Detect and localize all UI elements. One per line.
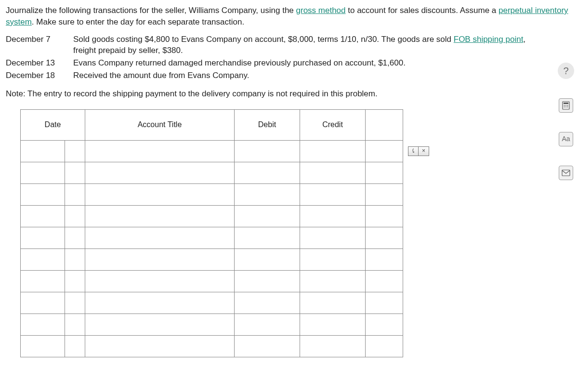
debit-input[interactable] <box>235 227 300 248</box>
extra-input[interactable] <box>366 227 403 248</box>
debit-input[interactable] <box>235 336 300 357</box>
account-title-input[interactable] <box>85 184 234 205</box>
svg-point-5 <box>564 106 565 107</box>
journal-table: Date Account Title Debit Credit ⤹ × <box>20 109 430 357</box>
credit-input[interactable] <box>300 271 365 292</box>
header-account-title: Account Title <box>85 109 235 140</box>
svg-point-2 <box>564 105 565 106</box>
calculator-icon <box>562 101 570 110</box>
date-month-input[interactable] <box>21 206 65 227</box>
transactions-list: December 7 Sold goods costing $4,800 to … <box>6 34 572 81</box>
account-title-input[interactable] <box>85 336 234 357</box>
date-month-input[interactable] <box>21 184 65 205</box>
date-month-input[interactable] <box>21 314 65 335</box>
debit-input[interactable] <box>235 314 300 335</box>
svg-point-7 <box>567 106 568 107</box>
debit-input[interactable] <box>235 184 300 205</box>
calculator-button[interactable] <box>559 98 573 113</box>
debit-input[interactable] <box>235 271 300 292</box>
account-title-input[interactable] <box>85 249 234 270</box>
credit-input[interactable] <box>300 336 365 357</box>
extra-input[interactable] <box>366 314 403 335</box>
date-day-input[interactable] <box>65 249 85 270</box>
svg-point-4 <box>567 105 568 106</box>
table-row <box>21 205 430 227</box>
table-row <box>21 270 430 292</box>
svg-point-3 <box>565 105 566 106</box>
account-title-input[interactable] <box>85 292 234 314</box>
date-month-input[interactable] <box>21 249 65 270</box>
svg-rect-1 <box>564 103 568 104</box>
date-month-input[interactable] <box>21 336 65 357</box>
extra-input[interactable] <box>366 249 403 270</box>
transaction-desc-pre: Sold goods costing $4,800 to Evans Compa… <box>73 35 454 44</box>
date-day-input[interactable] <box>65 184 85 205</box>
table-row <box>21 335 430 357</box>
date-month-input[interactable] <box>21 227 65 248</box>
header-debit: Debit <box>235 109 300 140</box>
extra-input[interactable] <box>366 141 403 162</box>
add-row-button[interactable]: ⤹ <box>408 146 419 156</box>
account-title-input[interactable] <box>85 314 234 335</box>
credit-input[interactable] <box>300 141 365 162</box>
date-day-input[interactable] <box>65 271 85 292</box>
extra-input[interactable] <box>366 206 403 227</box>
account-title-input[interactable] <box>85 162 234 183</box>
date-day-input[interactable] <box>65 141 85 162</box>
table-row <box>21 292 430 314</box>
mail-button[interactable] <box>559 166 573 180</box>
date-month-input[interactable] <box>21 162 65 183</box>
remove-row-button[interactable]: × <box>419 146 429 156</box>
extra-input[interactable] <box>366 184 403 205</box>
extra-input[interactable] <box>366 336 403 357</box>
credit-input[interactable] <box>300 184 365 205</box>
font-icon: Aa <box>562 134 570 144</box>
header-credit: Credit <box>300 109 366 140</box>
transaction-row: December 7 Sold goods costing $4,800 to … <box>6 34 572 57</box>
credit-input[interactable] <box>300 206 365 227</box>
help-button[interactable]: ? <box>558 63 574 79</box>
journal-table-wrap: Date Account Title Debit Credit ⤹ × <box>20 109 572 357</box>
credit-input[interactable] <box>300 314 365 335</box>
date-month-input[interactable] <box>21 141 65 162</box>
date-day-input[interactable] <box>65 206 85 227</box>
account-title-input[interactable] <box>85 227 234 248</box>
debit-input[interactable] <box>235 249 300 270</box>
date-month-input[interactable] <box>21 271 65 292</box>
extra-input[interactable] <box>366 162 403 183</box>
date-day-input[interactable] <box>65 314 85 335</box>
date-month-input[interactable] <box>21 292 65 314</box>
extra-input[interactable] <box>366 271 403 292</box>
gross-method-link[interactable]: gross method <box>296 6 346 15</box>
font-size-button[interactable]: Aa <box>559 132 573 146</box>
transaction-desc: Evans Company returned damaged merchandi… <box>73 57 572 69</box>
row-action-buttons: ⤹ × <box>408 146 429 156</box>
debit-input[interactable] <box>235 206 300 227</box>
fob-shipping-link[interactable]: FOB shipping point <box>454 35 524 44</box>
transaction-date: December 13 <box>6 57 73 69</box>
account-title-input[interactable] <box>85 206 234 227</box>
date-day-input[interactable] <box>65 227 85 248</box>
credit-input[interactable] <box>300 227 365 248</box>
transaction-date: December 18 <box>6 70 73 81</box>
transaction-row: December 13 Evans Company returned damag… <box>6 57 572 69</box>
instr-part3: . Make sure to enter the day for each se… <box>32 17 244 26</box>
debit-input[interactable] <box>235 141 300 162</box>
date-day-input[interactable] <box>65 336 85 357</box>
extra-input[interactable] <box>366 292 403 314</box>
header-extra <box>366 109 403 140</box>
credit-input[interactable] <box>300 249 365 270</box>
credit-input[interactable] <box>300 162 365 183</box>
transaction-desc: Received the amount due from Evans Compa… <box>73 70 572 81</box>
account-title-input[interactable] <box>85 271 234 292</box>
credit-input[interactable] <box>300 292 365 314</box>
debit-input[interactable] <box>235 162 300 183</box>
instr-part1: Journalize the following transactions fo… <box>6 6 296 15</box>
table-row <box>21 314 430 335</box>
table-row <box>21 162 430 183</box>
date-day-input[interactable] <box>65 292 85 314</box>
date-day-input[interactable] <box>65 162 85 183</box>
instructions-text: Journalize the following transactions fo… <box>6 5 572 28</box>
account-title-input[interactable] <box>85 141 234 162</box>
debit-input[interactable] <box>235 292 300 314</box>
